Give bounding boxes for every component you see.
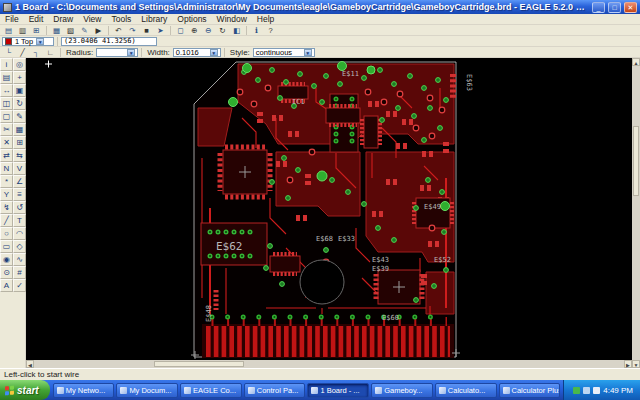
chevron-down-icon: ▼ [304,49,312,56]
taskbar-item[interactable]: My Docum... [116,383,178,398]
security-shield-icon[interactable] [573,387,580,394]
tool-delete-button[interactable]: ✕ [0,136,13,149]
maximize-button[interactable]: □ [608,2,621,13]
tool-copy-button[interactable]: ▣ [13,84,26,97]
tool-change-button[interactable]: ✎ [13,110,26,123]
pcb-canvas[interactable]: E$11 E$63 IC1 E$68 E$33 E$49 E$62 E$48 E… [26,58,632,360]
taskbar-item-active[interactable]: 1 Board - ... [307,383,369,398]
tool-arc-button[interactable]: ◠ [13,227,26,240]
go-icon[interactable]: ➤ [154,25,167,35]
tool-replace-button[interactable]: ⇆ [13,149,26,162]
taskbar-item[interactable]: My Netwo... [53,383,115,398]
horizontal-scrollbar[interactable]: ◀ ▶ [26,360,632,368]
tool-hole-button[interactable]: ⊙ [0,266,13,279]
scroll-down-icon[interactable]: ▼ [632,360,640,368]
tool-info-button[interactable]: i [0,58,13,71]
zoom-out-icon[interactable]: ⊖ [202,25,215,35]
open-icon[interactable]: ▤ [2,25,15,35]
width-select[interactable]: 0.1016 ▼ [173,48,221,57]
vertical-scrollbar[interactable]: ▲ ▼ [632,58,640,368]
script-icon[interactable]: ✎ [78,25,91,35]
save-icon[interactable]: ▥ [16,25,29,35]
tool-text-button[interactable]: T [13,214,26,227]
tool-display-button[interactable]: ▤ [0,71,13,84]
menu-options[interactable]: Options [172,14,211,24]
tool-add-button[interactable]: ⊞ [13,136,26,149]
tool-split-button[interactable]: Y [0,188,13,201]
wire-bend-3-icon[interactable]: ┐ [30,47,43,57]
taskbar-item-label: My Netwo... [66,386,106,395]
start-button[interactable]: start [0,380,50,400]
tool-rect-button[interactable]: ▭ [0,240,13,253]
tool-auto-button[interactable]: A [0,279,13,292]
volume-icon[interactable] [593,387,600,394]
tool-signal-button[interactable]: ∿ [13,253,26,266]
label-e49: E$49 [424,203,441,211]
tool-mark-button[interactable]: + [13,71,26,84]
tool-mirror-button[interactable]: ◫ [0,97,13,110]
wire-bend-2-icon[interactable]: ╱ [16,47,29,57]
horizontal-scroll-thumb[interactable] [154,361,244,367]
taskbar-item[interactable]: EAGLE Co... [180,383,242,398]
print-icon[interactable]: ⊞ [30,25,43,35]
menu-window[interactable]: Window [212,14,252,24]
tool-move-button[interactable]: ↔ [0,84,13,97]
tool-smash-button[interactable]: * [0,175,13,188]
tool-optimize-button[interactable]: ≡ [13,188,26,201]
tool-via-button[interactable]: ◉ [0,253,13,266]
zoom-select-icon[interactable]: ◧ [230,25,243,35]
menu-draw[interactable]: Draw [48,14,78,24]
tool-drc-button[interactable]: ✓ [13,279,26,292]
taskbar-item[interactable]: Control Pa... [244,383,306,398]
tool-ratsnest-button[interactable]: # [13,266,26,279]
zoom-in-icon[interactable]: ⊕ [188,25,201,35]
menu-library[interactable]: Library [136,14,172,24]
board-schematic-icon[interactable]: ▦ [50,25,63,35]
zoom-redraw-icon[interactable]: ↻ [216,25,229,35]
tool-ripup-button[interactable]: ↺ [13,201,26,214]
help-icon[interactable]: ? [264,25,277,35]
scroll-up-icon[interactable]: ▲ [632,58,640,66]
tool-value-button[interactable]: V [13,162,26,175]
tool-route-button[interactable]: ↯ [0,201,13,214]
tool-polygon-button[interactable]: ◇ [13,240,26,253]
style-select[interactable]: continuous ▼ [253,48,315,57]
undo-icon[interactable]: ↶ [112,25,125,35]
taskbar-item[interactable]: Gameboy... [371,383,433,398]
tool-name-button[interactable]: N [0,162,13,175]
menu-tools[interactable]: Tools [106,14,136,24]
window-icon [375,387,382,394]
library-icon[interactable]: ▧ [64,25,77,35]
menu-view[interactable]: View [78,14,106,24]
zoom-fit-icon[interactable]: ◻ [174,25,187,35]
layer-select[interactable]: 1 Top ▼ [2,37,54,46]
tool-cut-button[interactable]: ✂ [0,123,13,136]
network-icon[interactable] [583,387,590,394]
layer-select-value: 1 Top [15,37,33,46]
menu-edit[interactable]: Edit [24,14,49,24]
wire-bend-1-icon[interactable]: └ [2,47,15,57]
tool-rotate-button[interactable]: ↻ [13,97,26,110]
vertical-scroll-thumb[interactable] [633,126,639,196]
scroll-right-icon[interactable]: ▶ [624,360,632,368]
info-icon[interactable]: ℹ [250,25,263,35]
scroll-left-icon[interactable]: ◀ [26,360,34,368]
menu-file[interactable]: File [0,14,24,24]
taskbar-item[interactable]: Calculato... [435,383,497,398]
stop-icon[interactable]: ■ [140,25,153,35]
tool-paste-button[interactable]: ▦ [13,123,26,136]
minimize-button[interactable]: _ [592,2,605,13]
tool-group-button[interactable]: ▢ [0,110,13,123]
wire-bend-4-icon[interactable]: ∟ [44,47,57,57]
tool-show-button[interactable]: ◎ [13,58,26,71]
menu-help[interactable]: Help [252,14,279,24]
close-button[interactable]: ✕ [624,2,637,13]
redo-icon[interactable]: ↷ [126,25,139,35]
run-icon[interactable]: ▶ [92,25,105,35]
tool-pinswap-button[interactable]: ⇄ [0,149,13,162]
taskbar-item[interactable]: Calculator Plus [499,383,561,398]
tool-wire-button[interactable]: ╱ [0,214,13,227]
tool-circle-button[interactable]: ○ [0,227,13,240]
radius-select[interactable]: ▼ [96,48,138,57]
tool-miter-button[interactable]: ∠ [13,175,26,188]
